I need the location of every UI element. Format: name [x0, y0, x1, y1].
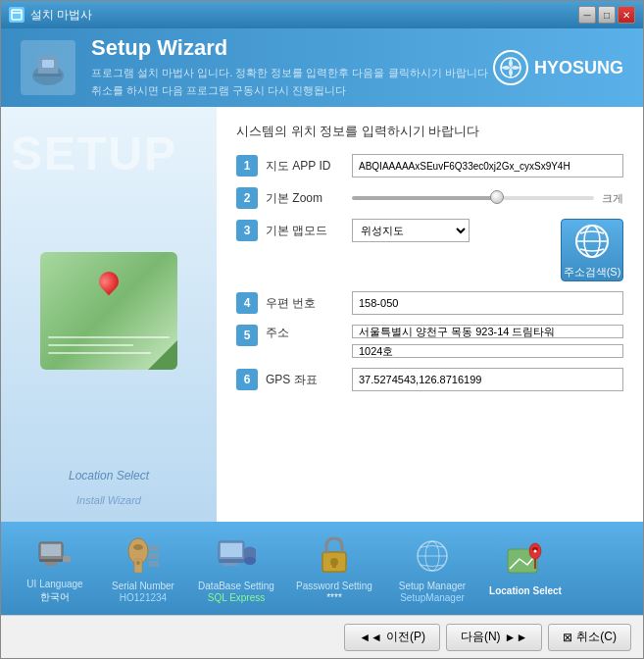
- title-bar: 설치 마법사 ─ □ ✕: [1, 1, 643, 28]
- sidebar-location-label: Location Select: [69, 469, 149, 482]
- nav-label-ui-language: UI Language: [26, 578, 82, 590]
- next-arrow-icon: ►►: [505, 631, 528, 644]
- main-window: 설치 마법사 ─ □ ✕ Setup Wizard 프로그램 설치 마법사 입니…: [0, 0, 644, 659]
- header-subtitle1: 프로그램 설치 마법사 입니다. 정확한 정보를 입력한후 다음을 클릭하시기 …: [91, 65, 493, 82]
- svg-rect-0: [12, 10, 22, 20]
- svg-rect-4: [42, 60, 54, 68]
- nav-icon-setup-manager: [411, 534, 454, 578]
- label-map-mode: 기본 맵모드: [266, 223, 344, 239]
- nav-value-database-setting: SQL Express: [208, 592, 266, 603]
- zoom-label-right: 크게: [602, 191, 623, 206]
- sidebar-setup-text: SETUP: [11, 127, 177, 180]
- address-fields: [352, 325, 623, 358]
- select-map-mode[interactable]: 위성지도 일반지도 하이브리드: [352, 219, 470, 242]
- title-bar-controls: ─ □ ✕: [578, 6, 635, 24]
- nav-item-database-setting[interactable]: DataBase Setting SQL Express: [187, 531, 285, 607]
- nav-label-database-setting: DataBase Setting: [198, 580, 274, 592]
- nav-item-location-select[interactable]: Location Select: [481, 535, 570, 601]
- nav-icon-database-setting: [215, 534, 258, 578]
- input-map-app-id[interactable]: [352, 154, 623, 177]
- row-postal-code: 4 우편 번호: [236, 291, 623, 315]
- nav-item-ui-language[interactable]: UI Language 한국어: [11, 529, 99, 608]
- svg-rect-24: [219, 559, 244, 563]
- maximize-button[interactable]: □: [598, 6, 616, 24]
- hyosung-emblem: [493, 50, 528, 85]
- title-bar-icon: [9, 7, 25, 23]
- sidebar: SETUP Location Select Install Wizard: [1, 107, 217, 522]
- next-button[interactable]: 다음(N) ►►: [446, 624, 542, 651]
- row-address: 5 주소: [236, 325, 623, 358]
- svg-rect-12: [39, 559, 63, 562]
- svg-rect-14: [63, 556, 71, 562]
- nav-item-serial-number[interactable]: Serial Number HO121234: [99, 531, 187, 607]
- nav-label-password-setting: Password Setting: [296, 580, 372, 592]
- cancel-icon: ⊠: [563, 631, 572, 644]
- row-gps: 6 GPS 좌표: [236, 368, 623, 391]
- next-label: 다음(N): [461, 629, 501, 645]
- svg-rect-31: [332, 562, 336, 568]
- header: Setup Wizard 프로그램 설치 마법사 입니다. 정확한 정보를 입력…: [1, 28, 643, 107]
- svg-point-39: [534, 550, 537, 553]
- globe-icon: [572, 222, 612, 261]
- zoom-slider-container: 크게: [352, 191, 623, 206]
- nav-icon-password-setting: [313, 534, 356, 578]
- nav-label-setup-manager: Setup Manager: [399, 580, 466, 592]
- cancel-label: 취소(C): [576, 629, 617, 645]
- svg-rect-21: [149, 561, 159, 567]
- bottom-nav: UI Language 한국어 Serial Number HO121234: [1, 522, 643, 615]
- row-zoom: 2 기본 Zoom 크게: [236, 187, 623, 209]
- input-gps[interactable]: [352, 368, 623, 391]
- label-gps: GPS 좌표: [266, 372, 344, 388]
- row-num-4: 4: [236, 292, 258, 314]
- cancel-button[interactable]: ⊠ 취소(C): [548, 624, 631, 651]
- nav-icon-serial-number: [122, 534, 165, 578]
- label-address: 주소: [266, 325, 344, 341]
- sidebar-install-label: Install Wizard: [76, 494, 141, 506]
- nav-item-password-setting[interactable]: Password Setting ****: [285, 531, 383, 607]
- svg-rect-5: [34, 74, 62, 76]
- nav-value-serial-number: HO121234: [120, 592, 167, 603]
- prev-label: 이전(P): [386, 629, 425, 645]
- svg-point-28: [244, 557, 256, 565]
- svg-rect-20: [149, 553, 159, 559]
- nav-value-password-setting: ****: [326, 592, 342, 603]
- svg-rect-25: [223, 563, 238, 566]
- minimize-button[interactable]: ─: [578, 6, 596, 24]
- input-address2[interactable]: [352, 344, 623, 358]
- svg-point-16: [133, 544, 143, 550]
- label-postal-code: 우편 번호: [266, 295, 344, 312]
- sidebar-map: [40, 252, 177, 370]
- input-address1[interactable]: [352, 325, 623, 338]
- close-button[interactable]: ✕: [618, 6, 635, 24]
- nav-label-serial-number: Serial Number: [112, 580, 174, 592]
- map-pin: [99, 272, 119, 291]
- row-num-5: 5: [236, 325, 258, 346]
- bottom-buttons: ◄◄ 이전(P) 다음(N) ►► ⊠ 취소(C): [1, 615, 643, 658]
- title-bar-title: 설치 마법사: [30, 7, 578, 24]
- form-area: 시스템의 위치 정보를 입력하시기 바랍니다 1 지도 APP ID 2 기본 …: [217, 107, 643, 522]
- zoom-slider[interactable]: [352, 196, 594, 200]
- svg-point-18: [136, 561, 140, 565]
- nav-value-ui-language: 한국어: [40, 590, 70, 604]
- row-num-6: 6: [236, 369, 258, 390]
- brand-name: HYOSUNG: [534, 58, 623, 78]
- label-map-app-id: 지도 APP ID: [266, 158, 344, 175]
- nav-item-setup-manager[interactable]: Setup Manager SetupManager: [383, 531, 481, 607]
- form-title: 시스템의 위치 정보를 입력하시기 바랍니다: [236, 123, 623, 140]
- header-title: Setup Wizard: [91, 35, 493, 61]
- nav-icon-ui-language: [33, 532, 76, 576]
- main-content: SETUP Location Select Install Wizard: [1, 107, 643, 522]
- svg-rect-19: [149, 545, 159, 551]
- hyosung-logo: HYOSUNG: [493, 50, 623, 85]
- zoom-thumb[interactable]: [490, 190, 504, 204]
- header-icon: [21, 40, 75, 95]
- prev-arrow-icon: ◄◄: [359, 631, 382, 644]
- prev-button[interactable]: ◄◄ 이전(P): [344, 624, 440, 651]
- nav-label-location-select: Location Select: [489, 584, 562, 597]
- address-search-button[interactable]: 주소검색(S): [561, 219, 623, 281]
- input-postal-code[interactable]: [352, 291, 623, 315]
- label-zoom: 기본 Zoom: [266, 190, 344, 207]
- header-subtitle2: 취소를 하시면 다음 프로그램 구동시 다시 진행됩니다: [91, 82, 493, 100]
- row-map-app-id: 1 지도 APP ID: [236, 154, 623, 177]
- svg-rect-23: [221, 543, 242, 557]
